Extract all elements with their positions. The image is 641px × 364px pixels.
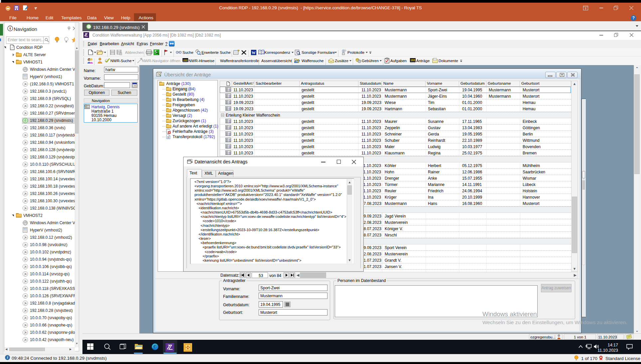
- svg-text:163: 163: [410, 58, 415, 62]
- svg-text:209: 209: [183, 59, 188, 62]
- svg-text:W: W: [252, 50, 256, 55]
